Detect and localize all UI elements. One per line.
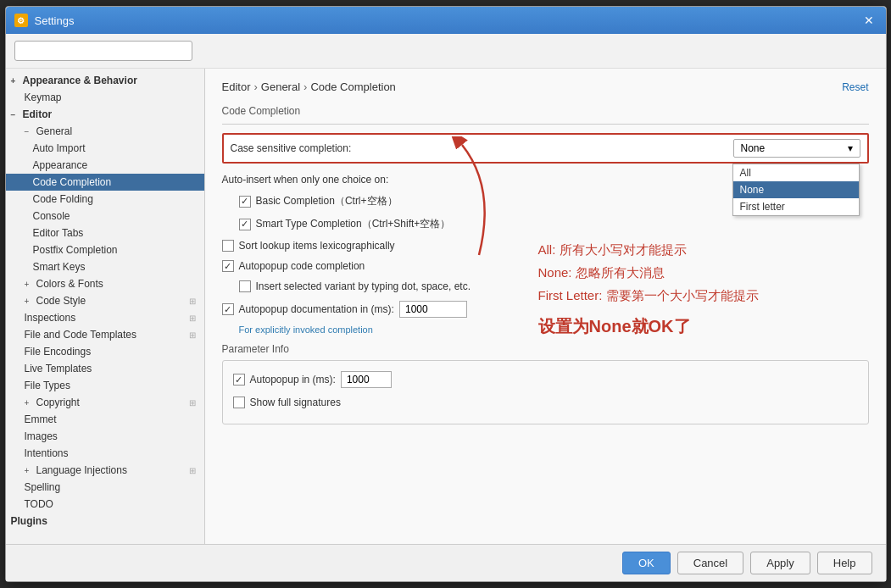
copy-icon4: ⊞: [189, 398, 196, 408]
sidebar-label: Keymap: [25, 92, 62, 103]
main-area: + Appearance & Behavior Keymap − Editor …: [6, 69, 886, 544]
sidebar-label: File Types: [25, 380, 70, 391]
insert-selected-checkbox[interactable]: [239, 280, 251, 292]
autopopup-doc-checkbox[interactable]: [222, 303, 234, 315]
content-area: Editor › General › Code Completion Reset…: [205, 69, 886, 544]
sidebar-label: File Encodings: [25, 346, 92, 358]
dropdown-menu: All None First letter: [732, 164, 860, 216]
annotation-line3: First Letter: 需要第一个大小写才能提示: [538, 284, 860, 307]
breadcrumb-sep1: ›: [253, 80, 257, 93]
annotation-arrow: [428, 136, 530, 263]
autopopup-ms-label: Autopopup in (ms):: [250, 374, 336, 386]
sidebar-item-todo[interactable]: TODO: [6, 496, 204, 513]
sidebar-item-file-encodings[interactable]: File Encodings: [6, 343, 204, 360]
case-sensitive-dropdown[interactable]: None ▾ All None First letter: [733, 139, 860, 158]
case-sensitive-label: Case sensitive completion:: [231, 142, 352, 154]
annotation-big-text: 设置为None就OK了: [538, 315, 860, 338]
show-signatures-checkbox[interactable]: [233, 397, 245, 408]
expand-icon: +: [25, 297, 33, 306]
sidebar-item-file-code-templates[interactable]: File and Code Templates ⊞: [6, 326, 204, 343]
sidebar-item-file-types[interactable]: File Types: [6, 377, 204, 394]
sidebar-item-spelling[interactable]: Spelling: [6, 479, 204, 496]
window-title: Settings: [35, 14, 75, 27]
sidebar-label: Postfix Completion: [33, 244, 118, 256]
sidebar-item-smart-keys[interactable]: Smart Keys: [6, 258, 204, 275]
sidebar-item-postfix-completion[interactable]: Postfix Completion: [6, 241, 204, 258]
sidebar-label: General: [36, 125, 73, 137]
copy-icon5: ⊞: [189, 466, 196, 475]
sidebar-label: Spelling: [25, 481, 61, 493]
sidebar-label: Images: [25, 430, 58, 442]
breadcrumb-path: Editor › General › Code Completion: [222, 80, 396, 93]
sidebar-item-keymap[interactable]: Keymap: [6, 89, 204, 106]
sidebar-label: Copyright: [36, 397, 80, 408]
sidebar-item-intentions[interactable]: Intentions: [6, 445, 204, 462]
autopopup-ms-input[interactable]: [341, 371, 392, 388]
sidebar-label: Plugins: [11, 515, 47, 527]
expand-icon: +: [11, 76, 19, 86]
sidebar-label: Appearance & Behavior: [23, 75, 137, 86]
basic-completion-checkbox[interactable]: [239, 196, 251, 208]
apply-button[interactable]: Apply: [750, 552, 810, 574]
option-all[interactable]: All: [733, 164, 859, 181]
close-button[interactable]: ✕: [860, 12, 877, 29]
autopopup-label: Autopopup code completion: [239, 260, 365, 272]
sidebar-item-plugins[interactable]: Plugins: [6, 513, 204, 530]
sidebar-item-code-folding[interactable]: Code Folding: [6, 191, 204, 208]
sidebar-item-general[interactable]: − General: [6, 123, 204, 140]
title-bar: ⚙ Settings ✕: [6, 7, 886, 34]
sidebar-label: Language Injections: [36, 464, 127, 476]
param-info-box: Autopopup in (ms): Show full signatures: [222, 360, 869, 424]
sidebar-item-code-completion[interactable]: Code Completion: [6, 174, 204, 191]
sidebar-label: Inspections: [25, 312, 76, 324]
autopopup-checkbox[interactable]: [222, 260, 234, 272]
sidebar-item-colors-fonts[interactable]: + Colors & Fonts: [6, 275, 204, 292]
autopopup-ms-row: Autopopup in (ms):: [233, 369, 858, 390]
reset-link[interactable]: Reset: [842, 81, 868, 93]
annotation-line2: None: 忽略所有大消息: [538, 261, 860, 284]
sidebar-item-editor[interactable]: − Editor: [6, 106, 204, 123]
show-signatures-row: Show full signatures: [233, 395, 858, 410]
sidebar-label: File and Code Templates: [25, 329, 137, 341]
section-divider: [222, 124, 869, 125]
copy-icon2: ⊞: [189, 313, 196, 323]
smart-type-label: Smart Type Completion（Ctrl+Shift+空格）: [256, 217, 451, 231]
sidebar-item-appearance[interactable]: Appearance: [6, 157, 204, 174]
ok-button[interactable]: OK: [622, 552, 671, 574]
sidebar-item-copyright[interactable]: + Copyright ⊞: [6, 394, 204, 411]
sidebar-label: Intentions: [25, 447, 69, 459]
section-label: Code Completion: [222, 105, 869, 117]
sidebar-item-editor-tabs[interactable]: Editor Tabs: [6, 225, 204, 241]
sidebar-item-inspections[interactable]: Inspections ⊞: [6, 309, 204, 326]
sidebar-item-auto-import[interactable]: Auto Import: [6, 140, 204, 157]
sidebar-item-code-style[interactable]: + Code Style ⊞: [6, 292, 204, 309]
breadcrumb-sep2: ›: [303, 80, 307, 93]
sidebar-item-language-injections[interactable]: + Language Injections ⊞: [6, 462, 204, 479]
expand-icon: −: [25, 127, 33, 136]
dropdown-value: None: [741, 142, 766, 154]
smart-type-checkbox[interactable]: [239, 219, 251, 230]
search-input[interactable]: [14, 41, 192, 61]
sidebar-label: Console: [33, 210, 70, 222]
sidebar-item-emmet[interactable]: Emmet: [6, 411, 204, 428]
settings-dialog: ⚙ Settings ✕ + Appearance & Behavior Key…: [5, 6, 887, 582]
search-bar: [6, 34, 886, 69]
cancel-button[interactable]: Cancel: [677, 552, 743, 574]
option-none[interactable]: None: [733, 181, 859, 198]
sidebar-label: Code Completion: [33, 176, 112, 188]
dialog-footer: OK Cancel Apply Help: [6, 544, 886, 581]
dialog-body: + Appearance & Behavior Keymap − Editor …: [6, 34, 886, 544]
sidebar-item-console[interactable]: Console: [6, 208, 204, 225]
autopopup-doc-input[interactable]: [399, 301, 467, 318]
expand-icon: +: [25, 466, 33, 475]
sidebar-label: Live Templates: [25, 363, 92, 374]
sidebar-item-live-templates[interactable]: Live Templates: [6, 360, 204, 377]
sidebar-item-images[interactable]: Images: [6, 428, 204, 445]
autopopup-ms-checkbox[interactable]: [233, 374, 245, 386]
help-button[interactable]: Help: [817, 552, 872, 574]
sort-lookup-checkbox[interactable]: [222, 240, 234, 252]
sidebar-item-appearance-behavior[interactable]: + Appearance & Behavior: [6, 72, 204, 89]
option-first-letter[interactable]: First letter: [733, 198, 859, 215]
autopopup-doc-label: Autopopup documentation in (ms):: [239, 303, 394, 315]
sidebar-label: Colors & Fonts: [36, 278, 103, 290]
